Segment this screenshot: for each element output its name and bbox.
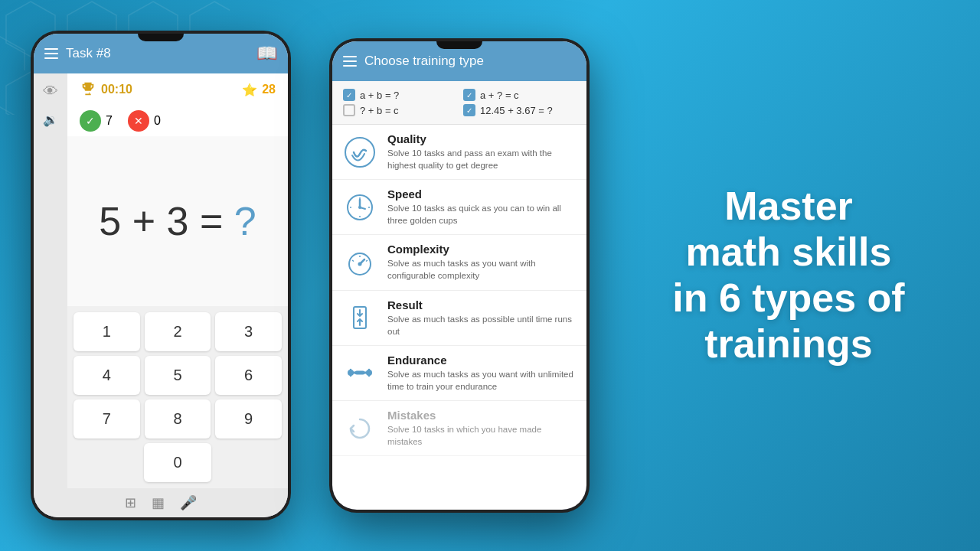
endurance-title: Endurance: [387, 354, 576, 367]
star-icon: ⭐: [242, 83, 257, 97]
checkbox-item-2[interactable]: ? + b = c: [343, 104, 456, 116]
phone2-notch: [436, 41, 482, 49]
key-8[interactable]: 8: [145, 399, 211, 439]
complexity-title: Complexity: [387, 243, 576, 256]
phone1-body: 👁 🔉 00:10 ⭐: [34, 73, 288, 488]
promo-line2: math skills: [686, 230, 892, 274]
checkbox-item-1[interactable]: ✓ a + b = ?: [343, 89, 456, 101]
speed-desc: Solve 10 tasks as quick as you can to wi…: [387, 202, 576, 227]
result-desc: Solve as much tasks as possible until ti…: [387, 313, 576, 337]
training-mistakes[interactable]: Mistakes Solve 10 tasks in which you hav…: [332, 401, 586, 456]
book-icon: 📖: [256, 44, 277, 64]
star-score: ⭐ 28: [242, 83, 276, 97]
grid-icon[interactable]: ⊞: [125, 494, 136, 511]
complexity-icon: [343, 246, 377, 279]
checkbox-checked-4: ✓: [463, 104, 475, 116]
checkbox-item-4[interactable]: ✓ 12.45 + 3.67 = ?: [463, 104, 576, 116]
promo-line3: in 6 types of: [672, 276, 904, 320]
equation-display: 5 + 3 = ?: [99, 198, 256, 244]
checkbox-label-4: 12.45 + 3.67 = ?: [480, 105, 553, 116]
quality-desc: Solve 10 tasks and pass an exam with the…: [387, 147, 576, 171]
complexity-desc: Solve as much tasks as you want with con…: [387, 257, 576, 282]
checkbox-label-1: a + b = ?: [360, 90, 399, 101]
numpad-zero-row: 0: [74, 443, 282, 482]
training-complexity[interactable]: Complexity Solve as much tasks as you wa…: [332, 235, 586, 290]
key-3[interactable]: 3: [215, 312, 282, 351]
mistakes-title: Mistakes: [387, 409, 576, 422]
equation-area: 5 + 3 = ?: [67, 136, 288, 306]
wrong-count: 0: [154, 114, 161, 128]
speed-text: Speed Solve 10 tasks as quick as you can…: [387, 187, 576, 227]
checkbox-checked-3: ✓: [463, 89, 475, 101]
endurance-text: Endurance Solve as much tasks as you wan…: [387, 354, 576, 393]
key-7[interactable]: 7: [74, 399, 140, 439]
key-5[interactable]: 5: [145, 356, 211, 395]
quality-text: Quality Solve 10 tasks and pass an exam …: [387, 132, 576, 171]
wrong-badge: ✕ 0: [128, 110, 161, 132]
checkbox-label-2: ? + b = c: [360, 105, 399, 116]
phone1-sidebar: 👁 🔉: [34, 73, 67, 488]
numpad-grid: 1 2 3 4 5 6 7 8 9: [74, 312, 282, 439]
eye-icon[interactable]: 👁: [43, 83, 58, 100]
key-0[interactable]: 0: [144, 443, 211, 482]
equation-text: 5 + 3 =: [99, 199, 234, 243]
score-value: 28: [262, 83, 276, 96]
correct-count: 7: [106, 114, 113, 128]
phone2-title: Choose training type: [364, 54, 576, 69]
training-result[interactable]: Result Solve as much tasks as possible u…: [332, 291, 586, 346]
phone1-title: Task #8: [66, 46, 249, 61]
result-icon: [343, 301, 377, 334]
promo-line1: Master: [724, 184, 853, 228]
question-mark: ?: [234, 199, 256, 243]
svg-point-14: [358, 262, 362, 266]
key-2[interactable]: 2: [145, 312, 211, 351]
training-quality[interactable]: Quality Solve 10 tasks and pass an exam …: [332, 125, 586, 180]
result-text: Result Solve as much tasks as possible u…: [387, 298, 576, 337]
phone2-inner: Choose training type ✓ a + b = ? ✓ a + ?…: [332, 41, 586, 510]
speaker-icon[interactable]: 🔉: [43, 112, 58, 127]
training-endurance[interactable]: Endurance Solve as much tasks as you wan…: [332, 346, 586, 401]
checkbox-checked-1: ✓: [343, 89, 355, 101]
right-text-area: Master math skills in 6 types of trainin…: [628, 168, 949, 382]
mistakes-icon: [343, 412, 377, 445]
quality-icon: [343, 135, 377, 169]
wrong-icon: ✕: [128, 110, 149, 132]
checkbox-unchecked-2: [343, 104, 355, 116]
timer-value: 00:10: [101, 83, 132, 96]
training-list: Quality Solve 10 tasks and pass an exam …: [332, 125, 586, 510]
trophy-icon: [80, 81, 96, 98]
phone1-notch: [138, 34, 184, 41]
promo-line4: trainings: [704, 321, 873, 366]
mistakes-desc: Solve 10 tasks in which you have made mi…: [387, 423, 576, 448]
numpad-area: 1 2 3 4 5 6 7 8 9 0: [67, 306, 288, 488]
key-6[interactable]: 6: [215, 356, 282, 395]
checkboxes-area: ✓ a + b = ? ✓ a + ? = c ? + b = c ✓ 12.4…: [332, 81, 586, 125]
phone1-inner: Task #8 📖 👁 🔉: [34, 34, 288, 517]
svg-line-17: [366, 260, 368, 262]
key-4[interactable]: 4: [74, 356, 140, 395]
mic-icon[interactable]: 🎤: [180, 494, 197, 511]
quality-title: Quality: [387, 132, 576, 145]
table-icon[interactable]: ▦: [152, 494, 165, 511]
menu-icon[interactable]: [44, 48, 58, 59]
correct-badge: ✓ 7: [80, 110, 113, 132]
correct-wrong-row: ✓ 7 ✕ 0: [67, 106, 288, 136]
phone2-mockup: Choose training type ✓ a + b = ? ✓ a + ?…: [329, 38, 590, 513]
endurance-desc: Solve as much tasks as you want with unl…: [387, 368, 576, 393]
stats-row: 00:10 ⭐ 28: [67, 73, 288, 106]
complexity-text: Complexity Solve as much tasks as you wa…: [387, 243, 576, 282]
trophy-timer: 00:10: [80, 81, 132, 98]
endurance-icon: [343, 356, 377, 390]
speed-title: Speed: [387, 187, 576, 201]
result-title: Result: [387, 298, 576, 311]
phone2-menu-icon[interactable]: [343, 56, 357, 67]
key-9[interactable]: 9: [215, 399, 282, 439]
speed-icon: [343, 191, 377, 224]
phone1-main: 00:10 ⭐ 28 ✓ 7 ✕: [67, 73, 288, 488]
correct-icon: ✓: [80, 110, 101, 132]
checkbox-item-3[interactable]: ✓ a + ? = c: [463, 89, 576, 101]
svg-line-16: [352, 260, 354, 262]
main-content: Task #8 📖 👁 🔉: [0, 0, 980, 551]
training-speed[interactable]: Speed Solve 10 tasks as quick as you can…: [332, 180, 586, 235]
key-1[interactable]: 1: [74, 312, 140, 351]
